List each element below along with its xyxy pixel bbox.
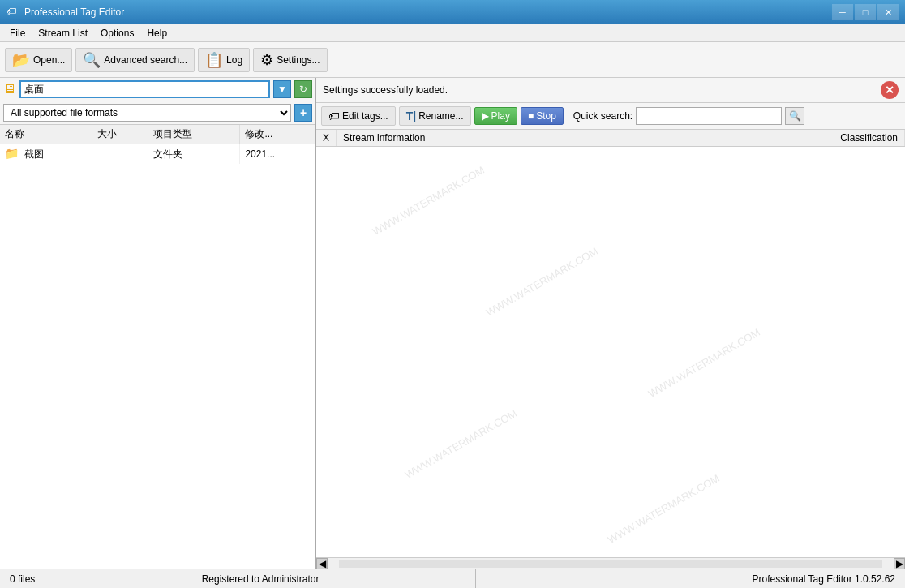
log-label: Log — [226, 54, 242, 66]
advanced-search-label: Advanced search... — [104, 54, 187, 66]
quick-search-label: Quick search: — [573, 110, 633, 122]
col-type[interactable]: 项目类型 — [148, 125, 240, 144]
file-type: 文件夹 — [148, 144, 240, 165]
watermark: WWW.WATERMARK.COM — [606, 472, 722, 546]
status-bar: 0 files Registered to Administrator Prof… — [0, 569, 905, 588]
settings-button[interactable]: ⚙ Settings... — [253, 48, 327, 72]
watermark: WWW.WATERMARK.COM — [484, 245, 600, 319]
main-area: 🖥 ▼ ↻ All supported file formats + 名称 大小… — [0, 78, 905, 569]
file-count-section: 0 files — [0, 569, 45, 588]
window-title: Professional Tag Editor — [24, 6, 832, 18]
open-button[interactable]: 📂 Open... — [5, 48, 72, 72]
rename-icon: T| — [406, 109, 416, 122]
scroll-right-button[interactable]: ▶ — [894, 558, 905, 569]
format-bar: All supported file formats + — [0, 101, 315, 125]
edit-tags-label: Edit tags... — [342, 110, 388, 122]
maximize-button[interactable]: □ — [855, 4, 876, 20]
app-icon: 🏷 — [6, 6, 19, 19]
stop-button[interactable]: ■ Stop — [521, 107, 564, 125]
file-name: 📁 截图 — [0, 144, 92, 165]
minimize-button[interactable]: ─ — [832, 4, 853, 20]
search-icon: 🔍 — [83, 51, 101, 69]
stop-icon: ■ — [528, 110, 534, 122]
add-filter-button[interactable]: + — [294, 104, 312, 122]
folder-icon: 📁 — [5, 147, 19, 160]
scroll-track[interactable] — [339, 560, 882, 568]
watermark: WWW.WATERMARK.COM — [371, 164, 487, 238]
file-size — [92, 144, 148, 165]
play-icon: ▶ — [482, 110, 489, 122]
log-icon: 📋 — [205, 51, 223, 69]
status-message-text: Settings successfully loaded. — [323, 84, 448, 96]
stream-info-area: WWW.WATERMARK.COM WWW.WATERMARK.COM WWW.… — [316, 130, 905, 557]
scroll-left-button[interactable]: ◀ — [316, 558, 328, 569]
quick-search-input[interactable] — [636, 107, 782, 125]
open-label: Open... — [33, 54, 65, 66]
status-message-bar: Settings successfully loaded. ✕ — [316, 78, 905, 103]
watermark: WWW.WATERMARK.COM — [646, 326, 762, 400]
menu-options[interactable]: Options — [94, 26, 140, 41]
stop-label: Stop — [536, 110, 556, 122]
stream-col-classification: Classification — [663, 130, 904, 147]
col-modified[interactable]: 修改... — [240, 125, 315, 144]
settings-icon: ⚙ — [260, 51, 273, 69]
version-text: Professional Tag Editor 1.0.52.62 — [752, 573, 895, 585]
col-size[interactable]: 大小 — [92, 125, 148, 144]
edit-tags-icon: 🏷 — [328, 109, 340, 122]
path-input[interactable] — [19, 80, 270, 98]
open-icon: 📂 — [12, 51, 30, 69]
menu-file[interactable]: File — [3, 26, 32, 41]
stream-col-info: Stream information — [337, 130, 663, 147]
path-dropdown-button[interactable]: ▼ — [273, 80, 291, 98]
advanced-search-button[interactable]: 🔍 Advanced search... — [75, 48, 195, 72]
menu-stream-list[interactable]: Stream List — [32, 26, 94, 41]
right-toolbar: 🏷 Edit tags... T| Rename... ▶ Play ■ Sto… — [316, 103, 905, 130]
registration-text: Registered to Administrator — [202, 573, 320, 585]
file-modified: 2021... — [240, 144, 315, 165]
format-filter-select[interactable]: All supported file formats — [3, 104, 291, 122]
path-bar: 🖥 ▼ ↻ — [0, 78, 315, 101]
col-name[interactable]: 名称 — [0, 125, 92, 144]
quick-search-button[interactable]: 🔍 — [785, 107, 804, 125]
right-panel: Settings successfully loaded. ✕ 🏷 Edit t… — [316, 78, 905, 569]
window-controls: ─ □ ✕ — [832, 4, 899, 20]
folder-icon-small: 🖥 — [3, 82, 16, 97]
log-button[interactable]: 📋 Log — [198, 48, 250, 72]
file-list: 名称 大小 项目类型 修改... 📁 截图 文件夹 2021.. — [0, 125, 315, 569]
left-panel: 🖥 ▼ ↻ All supported file formats + 名称 大小… — [0, 78, 316, 569]
menu-help[interactable]: Help — [140, 26, 174, 41]
edit-tags-button[interactable]: 🏷 Edit tags... — [321, 106, 396, 126]
refresh-button[interactable]: ↻ — [294, 80, 312, 98]
file-count: 0 files — [10, 573, 35, 585]
rename-label: Rename... — [418, 110, 463, 122]
play-button[interactable]: ▶ Play — [474, 107, 517, 125]
rename-button[interactable]: T| Rename... — [399, 106, 471, 126]
menu-bar: File Stream List Options Help — [0, 24, 905, 42]
play-label: Play — [491, 110, 510, 122]
table-row[interactable]: 📁 截图 文件夹 2021... — [0, 144, 315, 165]
registration-section: Registered to Administrator — [45, 569, 475, 588]
watermark: WWW.WATERMARK.COM — [403, 407, 519, 481]
title-bar: 🏷 Professional Tag Editor ─ □ ✕ — [0, 0, 905, 24]
close-button[interactable]: ✕ — [877, 4, 899, 20]
dismiss-status-button[interactable]: ✕ — [881, 81, 899, 99]
settings-label: Settings... — [277, 54, 320, 66]
stream-col-x: X — [316, 130, 337, 147]
version-section: Professional Tag Editor 1.0.52.62 — [476, 569, 905, 588]
toolbar: 📂 Open... 🔍 Advanced search... 📋 Log ⚙ S… — [0, 42, 905, 78]
horizontal-scrollbar[interactable]: ◀ ▶ — [316, 557, 905, 569]
